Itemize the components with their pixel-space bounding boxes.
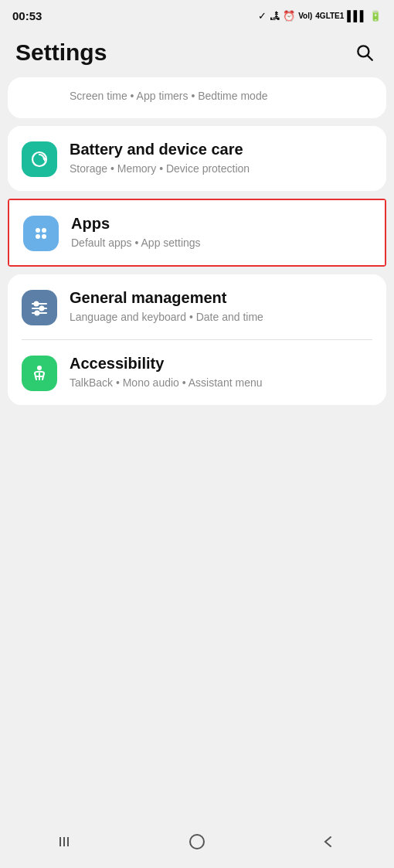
header: Settings: [0, 31, 394, 77]
svg-point-22: [190, 835, 204, 849]
search-button[interactable]: [351, 39, 379, 66]
apps-title: Apps: [71, 214, 371, 233]
page-title: Settings: [15, 39, 107, 66]
bottom-nav: [0, 822, 394, 868]
svg-point-6: [36, 234, 40, 239]
apps-icon: [23, 216, 59, 251]
accessibility-title: Accessibility: [70, 354, 372, 373]
battery-card[interactable]: Battery and device care Storage • Memory…: [8, 126, 386, 191]
svg-point-4: [36, 228, 40, 233]
general-management-subtitle: Language and keyboard • Date and time: [70, 310, 372, 325]
screen-time-subtitle: Screen time • App timers • Bedtime mode: [70, 90, 267, 102]
accessibility-icon: [22, 356, 57, 391]
accessibility-text: Accessibility TalkBack • Mono audio • As…: [70, 354, 372, 391]
lower-card: General management Language and keyboard…: [8, 274, 386, 405]
svg-point-14: [37, 366, 42, 370]
general-management-icon: [22, 290, 57, 325]
accessibility-item[interactable]: Accessibility TalkBack • Mono audio • As…: [8, 340, 386, 405]
screen-time-partial[interactable]: Screen time • App timers • Bedtime mode: [8, 77, 386, 118]
svg-point-5: [42, 228, 46, 233]
recents-button[interactable]: [42, 826, 89, 857]
battery-subtitle: Storage • Memory • Device protection: [70, 162, 372, 177]
apps-text: Apps Default apps • App settings: [71, 214, 371, 251]
status-bar: 00:53 ✓ 🏞 ⏰ Vol) 4GLTE1 ▌▌▌ 🔋: [0, 0, 394, 31]
battery-icon: [22, 141, 57, 177]
apps-subtitle: Default apps • App settings: [71, 236, 371, 251]
svg-point-11: [35, 302, 39, 306]
general-management-text: General management Language and keyboard…: [70, 288, 372, 325]
accessibility-subtitle: TalkBack • Mono audio • Assistant menu: [70, 376, 372, 391]
battery-title: Battery and device care: [70, 140, 372, 159]
back-button[interactable]: [305, 826, 352, 857]
svg-point-7: [42, 234, 46, 239]
general-management-item[interactable]: General management Language and keyboard…: [8, 274, 386, 339]
svg-point-13: [36, 311, 39, 315]
status-time: 00:53: [12, 9, 42, 22]
battery-text: Battery and device care Storage • Memory…: [70, 140, 372, 177]
battery-item[interactable]: Battery and device care Storage • Memory…: [8, 126, 386, 191]
svg-point-12: [40, 307, 44, 311]
apps-item-wrapper[interactable]: Apps Default apps • App settings: [8, 199, 386, 267]
svg-line-1: [368, 56, 372, 60]
status-icons: ✓ 🏞 ⏰ Vol) 4GLTE1 ▌▌▌ 🔋: [258, 10, 382, 22]
apps-item[interactable]: Apps Default apps • App settings: [9, 200, 385, 265]
settings-list: Screen time • App timers • Bedtime mode …: [0, 77, 394, 405]
general-management-title: General management: [70, 288, 372, 308]
home-button[interactable]: [174, 826, 220, 857]
